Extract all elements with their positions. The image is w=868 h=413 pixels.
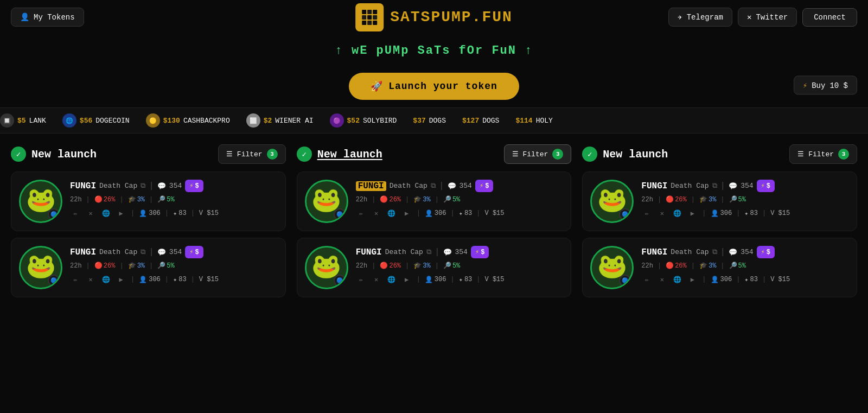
token-card-1-2[interactable]: 🐸 🔵 FUNGI Death Cap ⧉ | 💬 354 ⚡ $ [11,238,286,297]
globe-icon-3-1[interactable]: 🌐 [672,208,682,219]
pencil-icon-3-1[interactable]: ✏ [641,208,652,219]
column-2-filter-button[interactable]: ☰ Filter 3 [504,144,572,164]
sep-icons-2-1: | [417,209,420,217]
header-left: 👤 My Tokens [11,8,84,27]
volume-text-2: V $15 [199,276,219,283]
x-social-icon-2[interactable]: ✕ [85,274,96,285]
token-card-1-1[interactable]: 🐸 🔵 FUNGI Death Cap ⧉ | 💬 354 ⚡ $ [11,171,286,231]
column-1-filter-button[interactable]: ☰ Filter 3 [218,144,286,164]
play-icon[interactable]: ▶ [116,208,126,219]
telegram-label: Telegram [687,13,723,22]
price-tag-2-1: ⚡ $ [475,180,493,192]
globe-icon-3-2[interactable]: 🌐 [672,274,682,285]
price-value-3-1: $ [767,182,770,190]
ticker-item-holy: $114 HOLY [515,117,552,125]
comment-count-3-2: 354 [741,248,753,256]
ticker-price-holy: $114 [515,117,532,125]
copy-icon-3-1[interactable]: ⧉ [712,182,717,190]
ticker-icon-lank: 🔲 [0,113,14,128]
stat-blue-3-1: 🎓 3% [699,195,716,204]
sep2-2: | [119,262,123,270]
play-icon-2-2[interactable]: ▶ [401,274,412,285]
card-info-3-1: FUNGI Death Cap ⧉ | 💬 354 ⚡ $ 22h | [641,180,849,219]
holders-count-2-2: 👤 306 [425,276,446,284]
header: 👤 My Tokens SATSPUMP.FUN ✈ Telegram [0,0,868,34]
play-icon-3-1[interactable]: ▶ [687,208,698,219]
price-tag-3-1: ⚡ $ [757,180,775,192]
x-social-icon[interactable]: ✕ [85,208,96,219]
twitter-button[interactable]: ✕ Twitter [738,8,797,27]
column-2-header: ✓ New launch ☰ Filter 3 [297,144,572,164]
copy-icon[interactable]: ⧉ [141,182,145,190]
play-icon-3-2[interactable]: ▶ [687,274,698,285]
stars-count: ✦ 83 [173,209,187,218]
token-desc-2: Death Cap [99,248,137,256]
separator-3-2: | [720,247,726,257]
token-card-2-1[interactable]: 🐸 🔵 FUNGI Death Cap ⧉ | 💬 354 ⚡ $ [297,171,572,231]
pencil-icon-2-1[interactable]: ✏ [356,208,367,219]
ticker-price-cashback: $130 [163,117,180,125]
play-icon-2[interactable]: ▶ [116,274,126,285]
sep1: | [86,196,90,204]
stars-count-2-1: ✦ 83 [459,209,473,218]
globe-icon[interactable]: 🌐 [100,208,111,219]
ticker-icon-cashback: 🟡 [146,113,160,128]
pencil-icon-2-2[interactable]: ✏ [356,274,367,285]
price-lightning-icon-2: ⚡ [189,248,193,256]
stat-green-2-2: 🔎 5% [443,262,460,270]
globe-icon-2-2[interactable]: 🌐 [386,274,397,285]
stars-count-2: ✦ 83 [173,276,187,284]
card-info-2: FUNGI Death Cap ⧉ | 💬 354 ⚡ $ 22h | [70,246,278,285]
card-name-row-3-2: FUNGI Death Cap ⧉ | 💬 354 ⚡ $ [641,246,849,258]
token-card-2-2[interactable]: 🐸 🔵 FUNGI Death Cap ⧉ | 💬 354 ⚡ $ [297,238,572,297]
x-social-icon-3-1[interactable]: ✕ [656,208,667,219]
token-avatar-2-1: 🐸 🔵 [305,180,348,223]
column-2: ✓ New launch ☰ Filter 3 🐸 🔵 FUNGI Death [297,144,572,304]
ticker-name-solybird: SOLYBIRD [363,117,397,125]
x-social-icon-2-2[interactable]: ✕ [371,274,382,285]
buy-widget[interactable]: ⚡ Buy 10 $ [794,76,857,95]
x-social-icon-2-1[interactable]: ✕ [371,208,382,219]
filter-icon-3: ☰ [797,150,804,158]
token-badge-2: 🔵 [48,275,60,287]
copy-icon-2-1[interactable]: ⧉ [431,182,436,190]
sep-vol-2-1: | [476,209,480,217]
copy-icon-3-2[interactable]: ⧉ [712,248,717,256]
sep3-2-1: | [435,196,439,204]
token-card-3-2[interactable]: 🐸 🔵 FUNGI Death Cap ⧉ | 💬 354 ⚡ $ [582,238,857,297]
stat-time: 22h [70,196,82,204]
holders-count-3-2: 👤 306 [711,276,732,284]
x-social-icon-3-2[interactable]: ✕ [656,274,667,285]
sep-vol-2-2: | [476,276,480,283]
copy-icon-2-2[interactable]: ⧉ [426,248,431,256]
launch-token-button[interactable]: 🚀 Launch your token [349,73,519,100]
connect-button[interactable]: Connect [802,8,857,27]
globe-icon-2[interactable]: 🌐 [100,274,111,285]
separator-2-2: | [435,247,440,257]
header-center: SATSPUMP.FUN [355,3,513,31]
sep-stars-2: | [165,276,169,283]
stat-green: 🔎 5% [157,195,174,204]
pencil-icon[interactable]: ✏ [70,208,81,219]
buy-label: Buy [812,81,825,90]
token-card-3-1[interactable]: 🐸 🔵 FUNGI Death Cap ⧉ | 💬 354 ⚡ $ [582,171,857,231]
pencil-icon-2[interactable]: ✏ [70,274,81,285]
sep-icons-3-1: | [702,209,706,217]
globe-icon-2-1[interactable]: 🌐 [386,208,397,219]
column-2-check-icon: ✓ [297,147,312,162]
my-tokens-button[interactable]: 👤 My Tokens [11,8,84,27]
play-icon-2-1[interactable]: ▶ [401,208,412,219]
column-3: ✓ New launch ☰ Filter 3 🐸 🔵 FUNGI Death [582,144,857,304]
copy-icon-2[interactable]: ⧉ [141,248,145,256]
column-3-filter-button[interactable]: ☰ Filter 3 [789,144,857,164]
token-avatar-3-1: 🐸 🔵 [590,180,634,223]
sep-icons-2: | [131,276,135,283]
pencil-icon-3-2[interactable]: ✏ [641,274,652,285]
comment-count-2-2: 354 [455,248,468,256]
ticker-inner: 🔲 $5 LANK 🌐 $56 DOGECOIN 🟡 $130 CASHBACK… [0,113,553,128]
ticker-price-solybird: $52 [347,117,360,125]
telegram-button[interactable]: ✈ Telegram [668,8,732,27]
main-content: ✓ New launch ☰ Filter 3 🐸 🔵 FUNGI Death [0,134,868,315]
column-2-filter-label: Filter [523,150,548,158]
token-avatar-2-2: 🐸 🔵 [305,246,348,289]
